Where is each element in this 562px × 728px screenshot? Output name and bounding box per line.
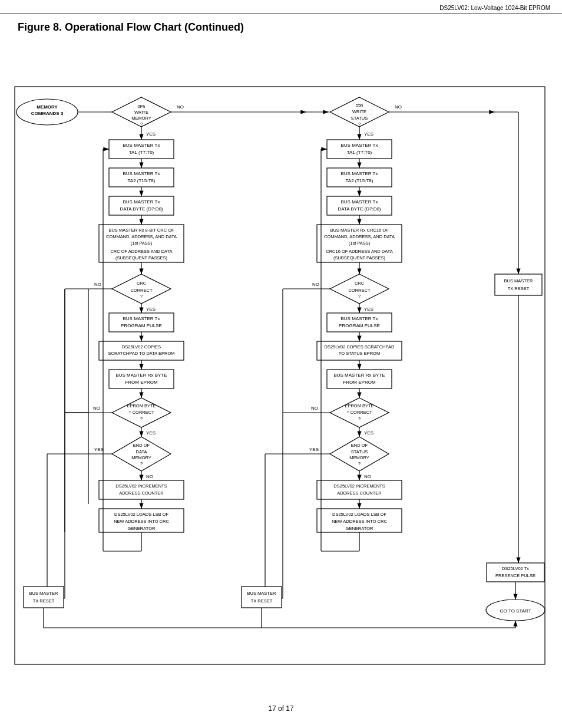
svg-text:BUS MASTER Tx: BUS MASTER Tx (123, 171, 160, 176)
svg-text:COMMANDS 3: COMMANDS 3 (31, 111, 64, 116)
svg-text:YES: YES (146, 307, 156, 312)
svg-text:CORRECT: CORRECT (130, 288, 153, 293)
svg-rect-161 (242, 587, 282, 608)
svg-text:GENERATOR: GENERATOR (346, 526, 373, 531)
svg-text:= CORRECT: = CORRECT (128, 410, 154, 415)
svg-text:TX RESET: TX RESET (251, 598, 273, 604)
svg-text:(1st PASS): (1st PASS) (349, 241, 371, 246)
svg-text:END OF: END OF (133, 443, 150, 448)
svg-text:NO: NO (311, 406, 318, 411)
svg-text:DS25LV02 COPIES SCRATCHPAD: DS25LV02 COPIES SCRATCHPAD (325, 344, 395, 350)
svg-text:DS25LV02 LOADS LSB OF: DS25LV02 LOADS LSB OF (332, 512, 386, 517)
page-header: DS25LV02: Low-Voltage 1024-Bit EPROM (0, 0, 562, 14)
flowchart-svg: MEMORY COMMANDS 3 0Fh WRITE MEMORY ? NO … (12, 44, 550, 693)
svg-text:FROM EPROM: FROM EPROM (343, 380, 375, 385)
svg-text:(1st PASS): (1st PASS) (131, 241, 153, 246)
svg-text:?: ? (358, 461, 361, 466)
svg-text:= CORRECT: = CORRECT (346, 410, 372, 415)
svg-text:NO: NO (94, 282, 101, 287)
svg-text:COMMAND, ADDRESS, AND DATA: COMMAND, ADDRESS, AND DATA (324, 234, 395, 239)
svg-text:TA1 (T7:T0): TA1 (T7:T0) (129, 150, 154, 155)
flowchart-container: MEMORY COMMANDS 3 0Fh WRITE MEMORY ? NO … (0, 38, 562, 699)
svg-text:WRITE: WRITE (352, 109, 366, 114)
svg-text:YES: YES (364, 307, 373, 312)
svg-text:PROGRAM PULSE: PROGRAM PULSE (339, 323, 380, 328)
svg-text:BUS MASTER: BUS MASTER (504, 278, 533, 284)
svg-text:NO: NO (312, 282, 319, 287)
svg-text:STATUS: STATUS (351, 116, 368, 121)
svg-text:?: ? (358, 121, 361, 127)
svg-text:?: ? (140, 416, 143, 421)
svg-text:CRC: CRC (355, 281, 365, 286)
svg-text:CRC OF ADDRESS AND DATA: CRC OF ADDRESS AND DATA (110, 249, 172, 254)
svg-text:BUS MASTER Rx CRC16 OF: BUS MASTER Rx CRC16 OF (330, 228, 389, 233)
figure-title: Figure 8. Operational Flow Chart (Contin… (0, 14, 562, 38)
svg-text:NO: NO (395, 104, 402, 110)
svg-text:ADDRESS COUNTER: ADDRESS COUNTER (337, 490, 382, 496)
svg-text:?: ? (140, 461, 143, 466)
svg-text:YES: YES (364, 131, 373, 137)
svg-text:NEW ADDRESS INTO CRC: NEW ADDRESS INTO CRC (332, 519, 387, 524)
svg-text:FROM EPROM: FROM EPROM (125, 380, 157, 385)
svg-text:BUS MASTER: BUS MASTER (247, 591, 276, 596)
svg-text:(SUBSEQUENT PASSES): (SUBSEQUENT PASSES) (115, 255, 168, 261)
svg-text:ADDRESS COUNTER: ADDRESS COUNTER (119, 490, 164, 496)
svg-rect-182 (495, 274, 542, 295)
svg-text:BUS MASTER Tx: BUS MASTER Tx (341, 316, 378, 321)
page-footer: 17 of 17 (0, 699, 562, 719)
svg-text:BUS MASTER Tx: BUS MASTER Tx (123, 316, 160, 321)
svg-rect-70 (24, 587, 64, 608)
svg-text:WRITE: WRITE (134, 110, 148, 115)
svg-text:TO STATUS EPROM: TO STATUS EPROM (339, 351, 380, 356)
svg-text:MEMORY: MEMORY (37, 104, 58, 110)
svg-text:GO TO START: GO TO START (500, 608, 531, 614)
svg-text:BUS MASTER Tx: BUS MASTER Tx (341, 199, 378, 205)
svg-text:DS25LV02 INCREMENTS: DS25LV02 INCREMENTS (115, 483, 167, 489)
svg-text:MEMORY: MEMORY (131, 455, 151, 460)
svg-text:STATUS: STATUS (351, 449, 368, 454)
svg-text:MEMORY: MEMORY (349, 455, 369, 460)
svg-text:EPROM BYTE: EPROM BYTE (127, 403, 156, 409)
svg-text:CORRECT: CORRECT (348, 288, 371, 293)
svg-text:CRC: CRC (137, 281, 147, 286)
svg-text:NEW ADDRESS INTO CRC: NEW ADDRESS INTO CRC (114, 519, 169, 524)
svg-text:NO: NO (364, 474, 371, 479)
svg-text:YES: YES (94, 447, 104, 452)
svg-text:TX RESET: TX RESET (508, 286, 530, 291)
svg-text:TA2 (T15:T8): TA2 (T15:T8) (128, 178, 156, 183)
svg-text:BUS MASTER Tx: BUS MASTER Tx (123, 143, 160, 148)
svg-text:DATA BYTE (D7:D0): DATA BYTE (D7:D0) (120, 206, 163, 212)
svg-text:NO: NO (93, 406, 100, 411)
svg-text:NO: NO (146, 474, 153, 479)
svg-text:BUS MASTER Tx: BUS MASTER Tx (341, 143, 378, 148)
svg-text:BUS MASTER Tx: BUS MASTER Tx (123, 199, 160, 205)
page-number: 17 of 17 (268, 704, 293, 713)
svg-text:CRC16 OF ADDRESS AND DATA: CRC16 OF ADDRESS AND DATA (326, 249, 393, 254)
svg-text:(SUBSEQUENT PASSES): (SUBSEQUENT PASSES) (333, 255, 386, 261)
svg-text:BUS MASTER Rx BYTE: BUS MASTER Rx BYTE (115, 373, 167, 378)
svg-text:BUS MASTER Tx: BUS MASTER Tx (341, 171, 378, 176)
svg-text:YES: YES (309, 447, 319, 452)
svg-text:?: ? (140, 121, 143, 127)
svg-text:DS25LV02 INCREMENTS: DS25LV02 INCREMENTS (333, 483, 385, 489)
svg-text:TA2 (T15:T8): TA2 (T15:T8) (346, 178, 373, 183)
svg-text:NO: NO (177, 104, 184, 110)
svg-rect-199 (15, 87, 545, 664)
svg-text:0Fh: 0Fh (138, 104, 146, 109)
header-title: DS25LV02: Low-Voltage 1024-Bit EPROM (439, 5, 550, 11)
svg-text:PROGRAM PULSE: PROGRAM PULSE (121, 323, 162, 328)
svg-text:?: ? (358, 416, 361, 421)
svg-text:SCRATCHPAD TO DATA EPROM: SCRATCHPAD TO DATA EPROM (108, 351, 175, 356)
svg-text:BUS MASTER Rx BYTE: BUS MASTER Rx BYTE (333, 373, 385, 378)
svg-text:PRESENCE PULSE: PRESENCE PULSE (495, 573, 535, 578)
svg-text:YES: YES (364, 430, 373, 436)
svg-text:55h: 55h (356, 103, 363, 108)
svg-text:TA1 (T7:T0): TA1 (T7:T0) (347, 150, 372, 155)
svg-text:DS25LV02 COPIES: DS25LV02 COPIES (122, 344, 161, 350)
svg-text:DATA: DATA (136, 449, 147, 454)
svg-text:GENERATOR: GENERATOR (128, 526, 156, 531)
svg-text:YES: YES (146, 430, 156, 436)
svg-text:DATA BYTE (D7:D0): DATA BYTE (D7:D0) (338, 206, 381, 212)
svg-text:?: ? (358, 294, 361, 299)
svg-text:MEMORY: MEMORY (131, 116, 151, 121)
